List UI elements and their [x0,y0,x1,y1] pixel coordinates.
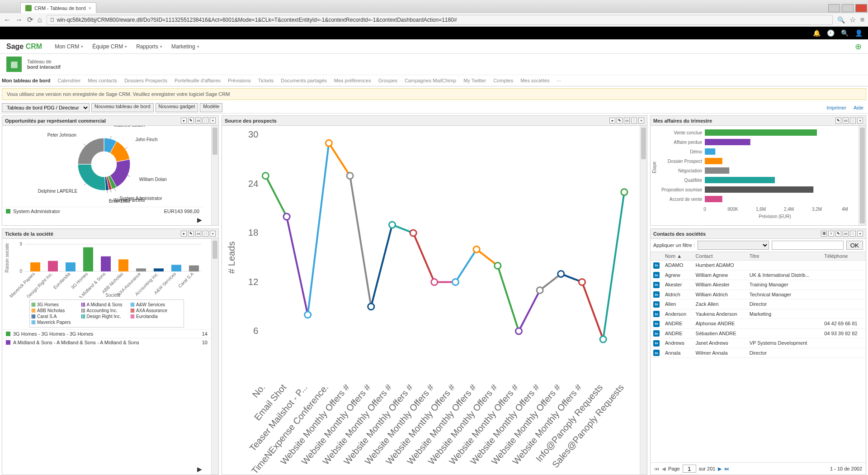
notifications-icon[interactable]: 🔔 [813,29,821,37]
linkedin-icon[interactable]: in [653,340,660,347]
reload-icon[interactable]: ⟳ [27,15,33,24]
back-icon[interactable]: ← [4,16,11,24]
tool-icon[interactable]: ▭ [624,118,630,124]
tab-item[interactable]: Tickets [258,78,274,83]
tool-icon[interactable]: × [210,118,216,124]
tool-icon[interactable]: □ [203,231,208,237]
new-gadget-button[interactable]: Nouveau gadget [156,103,198,112]
tab-item[interactable]: Prévisions [228,78,251,83]
tab-item[interactable]: ··· [557,78,561,83]
tab-item[interactable]: Groupes [378,78,397,83]
col-header[interactable]: Nom ▲ [662,252,693,261]
tool-icon[interactable]: ▭ [195,231,201,237]
help-link[interactable]: Aide [854,105,863,110]
tool-icon[interactable]: ▸ [609,118,615,124]
dashboard-select[interactable]: Tableau de bord PDG / Directeur [2,103,90,112]
tool-icon[interactable]: ✎ [835,231,841,237]
tab-item[interactable]: Mon tableau de bord [2,78,51,83]
play-icon[interactable]: ▶ [197,216,202,223]
home-icon[interactable]: ⌂ [38,16,42,24]
tool-icon[interactable]: ✎ [188,118,194,124]
tab-item[interactable]: My Twitter [463,78,486,83]
tool-icon[interactable]: ▭ [195,118,201,124]
search-icon[interactable]: 🔍 [837,16,845,24]
tool-icon[interactable]: × [638,118,644,124]
prev-icon[interactable]: ◀ [662,466,665,472]
linkedin-icon[interactable]: in [653,272,660,278]
scrollbar[interactable] [211,239,218,475]
print-link[interactable]: Imprimer [827,105,846,110]
url-bar[interactable]: 🗋 win-qc56k2b6lbj/CRM800/eware.dll/Do?SI… [47,15,833,25]
user-icon[interactable]: 👤 [855,29,863,37]
scrollbar[interactable] [859,126,866,225]
nav-Marketing[interactable]: Marketing▾ [171,43,199,50]
tool-icon[interactable]: □ [850,118,856,124]
tab-item[interactable]: Mes sociétés [520,78,549,83]
table-row[interactable]: inANDRESébastien ANDRE04 93 39 82 82 [651,328,866,338]
table-row[interactable]: inAnnalaWilmer AnnalaDirector [651,348,866,358]
table-row[interactable]: inAllenZack AllenDirector [651,299,866,309]
tool-icon[interactable]: □ [631,118,637,124]
tool-icon[interactable]: × [857,118,863,124]
linkedin-icon[interactable]: in [653,311,660,317]
table-row[interactable]: inAldrichWilliam AldrichTechnical Manage… [651,290,866,299]
tab-item[interactable]: Mes préférences [334,78,371,83]
tool-icon[interactable]: ▸ [181,118,187,124]
tool-icon[interactable]: ≡ [828,231,834,237]
tool-icon[interactable]: □ [203,118,208,124]
maximize-icon[interactable] [842,4,854,12]
tool-icon[interactable]: ✎ [835,118,841,124]
tool-icon[interactable]: ✎ [188,231,194,237]
minimize-icon[interactable] [828,4,840,12]
table-row[interactable]: inAgnewWilliam AgnewUK & International D… [651,270,866,280]
tool-icon[interactable]: × [210,231,216,237]
template-button[interactable]: Modèle [200,103,222,112]
nav-Mon CRM[interactable]: Mon CRM▾ [55,43,83,50]
tool-icon[interactable]: × [857,231,863,237]
first-icon[interactable]: ⏮ [654,466,659,471]
linkedin-icon[interactable]: in [653,262,660,269]
linkedin-icon[interactable]: in [653,282,660,288]
next-icon[interactable]: ▶ [718,466,722,472]
browser-tab[interactable]: CRM - Tableau de bord × [20,2,96,13]
tab-item[interactable]: Calendrier [58,78,81,83]
col-header[interactable]: Téléphone [821,252,866,261]
play-icon[interactable]: ▶ [197,466,202,473]
tool-icon[interactable]: ▭ [843,231,849,237]
linkedin-icon[interactable]: in [653,321,660,327]
linkedin-icon[interactable]: in [653,350,660,356]
linkedin-icon[interactable]: in [653,301,660,308]
table-row[interactable]: inAndersonYaukena AndersonMarketing [651,309,866,319]
tab-item[interactable]: Portefeuille d'affaires [175,78,221,83]
filter-select[interactable] [698,241,769,250]
filter-input[interactable] [772,241,844,250]
scrollbar[interactable] [640,126,647,475]
quick-add-icon[interactable]: ⊕ [855,42,862,52]
tab-item[interactable]: Comptes [493,78,513,83]
new-dashboard-button[interactable]: Nouveau tableau de bord [91,103,154,112]
close-window-icon[interactable] [855,4,867,12]
nav-Équipe CRM[interactable]: Équipe CRM▾ [92,43,127,50]
clock-icon[interactable]: 🕘 [827,29,835,37]
col-header[interactable]: Contact [693,252,747,261]
search2-icon[interactable]: 🔍 [841,29,849,37]
nav-Rapports[interactable]: Rapports▾ [136,43,162,50]
tool-icon[interactable]: ⦿ [821,231,827,237]
scrollbar[interactable] [211,126,218,225]
col-header[interactable]: Titre [747,252,822,261]
last-icon[interactable]: ⏭ [724,466,729,471]
linkedin-icon[interactable]: in [653,291,660,298]
table-row[interactable]: inANDREAlphonse ANDRE04 42 69 66 81 [651,319,866,329]
tab-item[interactable]: Campagnes MailChimp [405,78,456,83]
table-row[interactable]: inAndrewsJanet AndrewsVP Systems Develop… [651,338,866,348]
table-row[interactable]: inAkesterWilliam AkesterTraining Manager [651,280,866,290]
menu-icon[interactable]: ≡ [860,16,864,24]
filter-ok-button[interactable]: OK [846,241,863,250]
tab-item[interactable]: Dossiers Prospects [124,78,167,83]
star-icon[interactable]: ☆ [849,15,856,24]
table-row[interactable]: inADAMOHumbert ADAMO [651,261,866,271]
tool-icon[interactable]: ✎ [617,118,623,124]
tool-icon[interactable]: □ [850,231,856,237]
tool-icon[interactable]: ▸ [181,231,187,237]
forward-icon[interactable]: → [15,16,23,24]
